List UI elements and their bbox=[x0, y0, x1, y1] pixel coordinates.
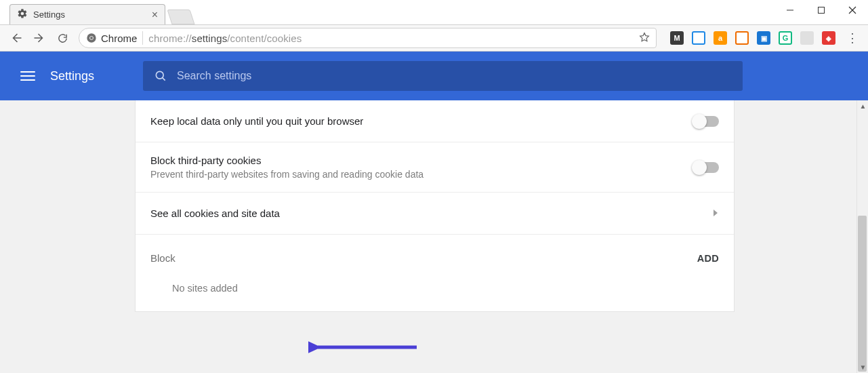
url-scheme-label: Chrome bbox=[101, 33, 137, 44]
row-see-all-cookies[interactable]: See all cookies and site data bbox=[136, 193, 734, 235]
vertical-scrollbar[interactable]: ▲ ▼ bbox=[856, 100, 868, 373]
toggle-keep-local-data[interactable] bbox=[693, 116, 719, 127]
extension-badger-icon[interactable] bbox=[735, 31, 749, 45]
toggle-block-third-party[interactable] bbox=[693, 162, 719, 173]
row-title: Keep local data only until you quit your… bbox=[150, 115, 682, 127]
settings-search-bar[interactable] bbox=[143, 61, 743, 91]
search-icon bbox=[154, 69, 167, 83]
annotation-arrow bbox=[308, 339, 423, 355]
svg-point-7 bbox=[156, 71, 163, 79]
tab-close-button[interactable]: × bbox=[152, 9, 158, 20]
svg-line-8 bbox=[163, 78, 165, 81]
browser-tab-settings[interactable]: Settings × bbox=[9, 4, 165, 24]
block-add-button[interactable]: ADD bbox=[697, 253, 719, 264]
row-subtitle: Prevent third-party websites from saving… bbox=[150, 169, 682, 180]
settings-search-input[interactable] bbox=[177, 70, 732, 82]
browser-toolbar: Chrome chrome://settings/content/cookies… bbox=[0, 24, 868, 52]
address-bar[interactable]: Chrome chrome://settings/content/cookies bbox=[79, 28, 657, 48]
row-title: Block third-party cookies bbox=[150, 155, 682, 166]
svg-rect-1 bbox=[819, 7, 825, 14]
tab-strip: Settings × bbox=[0, 0, 868, 24]
cookies-settings-panel: Keep local data only until you quit your… bbox=[135, 100, 735, 312]
url-text: chrome://settings/content/cookies bbox=[148, 33, 302, 44]
chrome-icon bbox=[86, 33, 97, 43]
bookmark-star-icon[interactable] bbox=[638, 31, 650, 45]
window-minimize-button[interactable] bbox=[774, 0, 806, 20]
tab-title: Settings bbox=[33, 9, 65, 20]
forward-button[interactable] bbox=[33, 31, 46, 45]
scroll-up-button[interactable]: ▲ bbox=[857, 100, 868, 112]
window-close-button[interactable] bbox=[837, 0, 868, 20]
reload-button[interactable] bbox=[56, 31, 69, 45]
extension-a-icon[interactable]: a bbox=[714, 31, 727, 45]
settings-stage: Keep local data only until you quit your… bbox=[0, 100, 868, 373]
extension-red-icon[interactable]: ◈ bbox=[822, 31, 835, 45]
settings-header: Settings bbox=[0, 52, 868, 100]
row-block-third-party: Block third-party cookies Prevent third-… bbox=[136, 142, 734, 193]
row-title: See all cookies and site data bbox=[150, 208, 701, 219]
new-tab-button[interactable] bbox=[167, 9, 194, 24]
extension-g-icon[interactable]: G bbox=[779, 31, 792, 45]
gear-icon bbox=[17, 8, 28, 21]
url-scheme-chip: Chrome bbox=[86, 33, 137, 44]
block-empty-text: No sites added bbox=[136, 268, 734, 311]
back-button[interactable] bbox=[9, 31, 23, 45]
extension-doc-icon[interactable] bbox=[800, 31, 814, 45]
chevron-right-icon bbox=[712, 208, 719, 220]
window-maximize-button[interactable] bbox=[806, 0, 837, 20]
hamburger-menu-button[interactable] bbox=[20, 71, 35, 81]
extension-icons-row: M a ▣ G ◈ ⋮ bbox=[666, 31, 861, 45]
block-section-header: Block ADD bbox=[136, 235, 734, 268]
extension-camera-icon[interactable]: ▣ bbox=[757, 31, 770, 45]
settings-title: Settings bbox=[50, 69, 94, 83]
extension-m-icon[interactable]: M bbox=[670, 31, 684, 45]
browser-menu-button[interactable]: ⋮ bbox=[844, 31, 861, 45]
row-keep-local-data: Keep local data only until you quit your… bbox=[136, 100, 734, 142]
block-section-title: Block bbox=[150, 252, 175, 264]
extension-ring-blue-icon[interactable] bbox=[692, 31, 705, 45]
window-controls bbox=[774, 0, 868, 20]
scroll-down-button[interactable]: ▼ bbox=[857, 361, 868, 373]
omnibox-divider bbox=[142, 31, 143, 45]
scrollbar-thumb[interactable] bbox=[858, 216, 867, 372]
svg-point-6 bbox=[90, 37, 93, 39]
